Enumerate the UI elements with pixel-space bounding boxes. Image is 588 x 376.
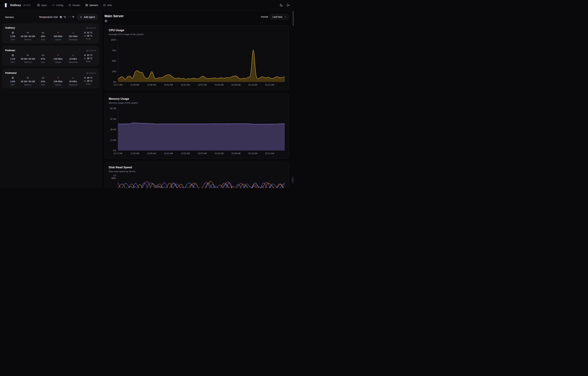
memory-label: Memory	[24, 84, 31, 86]
cpu-chip-icon	[84, 54, 86, 56]
server-name: GoDoxy	[5, 26, 15, 29]
stat-upload: 335 KB/s Upload	[51, 31, 66, 41]
godoxy-logo	[4, 3, 8, 8]
cpu-chip-icon	[84, 77, 86, 79]
chart-title: Disk Read Speed	[109, 166, 285, 169]
nav-label: Config	[56, 4, 63, 7]
disk-icon	[42, 31, 44, 34]
memory-activity-icon	[26, 31, 29, 34]
y-axis-labels: 56 GB42 GB28 GB14 GB0 B	[109, 108, 118, 151]
theme-toggle-button[interactable]	[279, 3, 283, 7]
cpu-chip-icon	[11, 76, 14, 79]
globe-icon[interactable]	[105, 20, 107, 22]
add-agent-label: Add agent	[84, 16, 95, 18]
nav-label: Apps	[41, 4, 47, 7]
download-arrow-icon	[72, 31, 75, 34]
y-axis-labels: 1/2 MB/s	[109, 177, 118, 188]
chevron-left-icon	[292, 179, 294, 181]
server-updated-time: @ 16:16:24	[86, 72, 96, 74]
sidebar-header: Servers Temperature Unit °C °F Add agent	[2, 14, 99, 20]
add-agent-button[interactable]: Add agent	[77, 14, 98, 20]
download-label: Download	[69, 61, 77, 63]
server-stats: 2.5% CPU 35 GB / 63 GB Memory 41% Disk 1…	[5, 76, 96, 86]
plus-icon	[80, 16, 82, 18]
celsius-label: °C	[63, 16, 66, 18]
upload-label: Upload	[55, 61, 61, 63]
server-card-podman2[interactable]: Podman2 @ 16:16:24 2.5% CPU 35 GB / 63 G…	[2, 69, 99, 88]
page-title: Main Server	[105, 14, 124, 18]
book-icon	[103, 4, 106, 7]
memory-value: 35 GB / 63 GB	[21, 35, 35, 38]
server-stats: 2.1% CPU 35 GB / 63 GB Memory 47% Disk 1…	[5, 54, 96, 63]
upload-value: 129 KB/s	[53, 58, 63, 60]
logout-icon	[287, 3, 290, 7]
radio-circle	[60, 16, 62, 18]
stat-disk: 47% Disk	[35, 54, 51, 63]
temperature-unit-label: Temperature Unit	[39, 16, 58, 18]
nav-item-config[interactable]: Config	[50, 2, 65, 8]
server-card-godoxy[interactable]: GoDoxy @ 16:16:24 2.2% CPU 35 GB / 63 GB…	[2, 24, 99, 43]
nav-item-apps[interactable]: Apps	[35, 2, 49, 8]
y-axis-labels: 100%75%50%25%0%	[109, 40, 118, 82]
cpu-temp-value: 38 °C	[87, 76, 92, 79]
nav-item-servers[interactable]: Servers	[83, 2, 100, 8]
fahrenheit-radio[interactable]: °F	[68, 16, 74, 18]
stat-download: 23 KB/s Download	[65, 54, 81, 63]
stat-upload: 129 KB/s Upload	[51, 54, 66, 63]
sidebar-title: Servers	[5, 16, 14, 19]
disk-icon	[84, 57, 86, 60]
plot-area	[118, 177, 285, 188]
server-card-podman[interactable]: Podman @ 16:16:24 2.1% CPU 35 GB / 63 GB…	[2, 46, 99, 65]
stat-cpu: 2.2% CPU	[5, 31, 20, 41]
download-label: Download	[69, 39, 77, 41]
upload-label: Upload	[55, 39, 61, 41]
app-title: GoDoxy	[10, 3, 21, 7]
memory-value: 35 GB / 63 GB	[21, 80, 35, 83]
chevron-down-icon	[284, 16, 287, 18]
nav-label: Routes	[73, 4, 80, 7]
disk-value: 47%	[41, 58, 45, 60]
servers-sidebar: Servers Temperature Unit °C °F Add agent	[0, 10, 101, 188]
servers-icon	[85, 4, 88, 7]
cpu-label: CPU	[11, 61, 15, 63]
memory-label: Memory	[24, 61, 31, 63]
period-control: Period Last hour	[261, 14, 289, 20]
page-scrollbar-thumb[interactable]	[293, 11, 294, 26]
cpu-chip-icon	[11, 54, 14, 57]
plot-area	[118, 108, 285, 151]
cpu-temp-value: 32 °C	[87, 54, 92, 56]
disk-value: 41%	[41, 80, 45, 83]
upload-arrow-icon	[57, 31, 59, 34]
grid-icon	[37, 4, 40, 7]
logout-button[interactable]	[287, 3, 290, 7]
navbar-actions	[279, 3, 290, 7]
period-select[interactable]: Last hour	[270, 14, 289, 20]
nav-item-wiki[interactable]: Wiki	[101, 2, 114, 8]
nav-item-routes[interactable]: Routes	[66, 2, 82, 8]
server-detail-panel: Main Server Period Last hour CPU Usage A…	[101, 10, 294, 188]
temp-label: Temp	[86, 83, 91, 85]
celsius-radio[interactable]: °C	[60, 16, 66, 18]
main-header: Main Server Period Last hour	[105, 14, 289, 22]
server-stats: 2.2% CPU 35 GB / 63 GB Memory 16% Disk 3…	[5, 31, 96, 41]
memory-label: Memory	[24, 39, 31, 41]
chart-subtitle: Memory usage of the system	[109, 102, 285, 104]
chart-subtitle: Average CPU usage of the system	[109, 33, 285, 36]
cpu-value: 2.5%	[10, 80, 15, 83]
upload-label: Upload	[55, 84, 61, 86]
server-updated-time: @ 16:16:24	[86, 27, 96, 29]
collapse-panel-handle[interactable]	[291, 177, 294, 183]
temp-label: Temp	[86, 38, 91, 40]
disk-icon	[42, 76, 44, 79]
stat-disk: 41% Disk	[35, 76, 51, 86]
top-navbar: GoDoxy v0.18.0 Apps Config Routes Server…	[0, 0, 294, 10]
disk-temp-value: 38 °C	[87, 80, 92, 82]
nav-label: Wiki	[107, 4, 112, 7]
disk-icon	[84, 35, 86, 37]
upload-arrow-icon	[57, 76, 59, 79]
download-arrow-icon	[72, 54, 75, 57]
server-name: Podman2	[5, 72, 17, 74]
code-icon	[52, 4, 55, 7]
upload-arrow-icon	[57, 54, 59, 57]
download-arrow-icon	[72, 76, 75, 79]
